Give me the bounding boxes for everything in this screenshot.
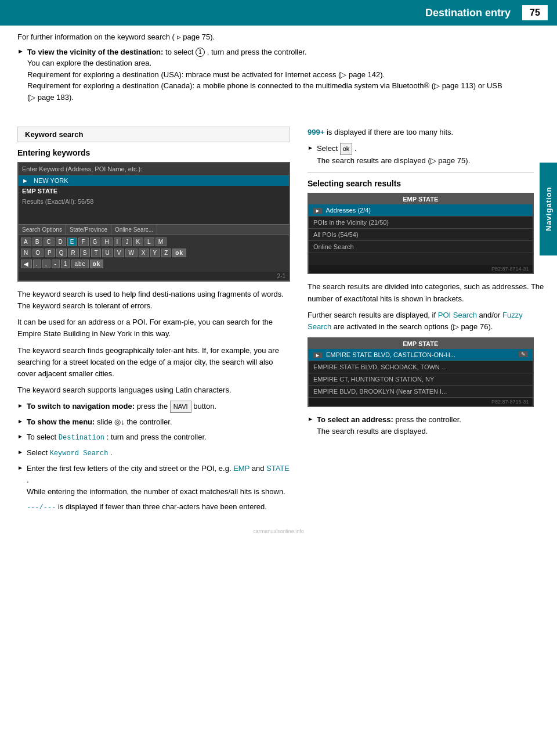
bullet-arrow-select-icon: ► [308,145,313,151]
keyboard-row-2: N O P Q R S T U V W X Y Z ok [21,249,287,258]
results-screen-2: EMP STATE ► EMPIRE STATE BLVD, CASTLETON… [308,337,534,407]
left-bullet-4: ► Select Keyword Search . [17,447,290,459]
screen2-footer: P82.87-8715-31 [309,398,533,406]
key-Q[interactable]: Q [56,249,67,257]
nav-keyboard[interactable]: A B C D E F G H I J K L M N O P [19,235,289,272]
key-L[interactable]: L [144,237,154,246]
key-U[interactable]: U [102,249,113,257]
nav-screen: Enter Keyword (Address, POI Name, etc.):… [17,162,290,282]
intro-section: For further information on the keyword s… [0,26,522,115]
key-M[interactable]: M [155,237,167,246]
key-abc[interactable]: abc [71,260,88,268]
watermark: carmanualsonline.info [0,528,557,540]
bullet-arrow-3-icon: ► [17,433,23,440]
key-dot[interactable]: . [33,260,41,268]
key-X[interactable]: X [139,249,149,257]
result-item-1[interactable]: ► Addresses (2/4) [309,204,533,217]
result-arrow-2-icon: ► [313,352,322,358]
nav-emp-state: EMP STATE [19,186,289,196]
keyboard-row-1: A B C D E F G H I J K L M [21,237,287,247]
result-item-s2[interactable]: EMPIRE STATE BLVD, SCHODACK, TOWN ... [309,361,533,373]
key-Z[interactable]: Z [161,249,171,257]
intro-line1: For further information on the keyword s… [17,31,505,43]
right-column: 999+ is displayed if there are too many … [302,127,545,517]
key-Y[interactable]: Y [150,249,161,257]
key-ok2[interactable]: ok [90,260,104,268]
nav-input-value: ► NEW YORK [19,175,289,186]
key-P[interactable]: P [45,249,55,257]
bullet-arrow-icon: ► [17,48,24,55]
left-bullet-1: ► To switch to navigation mode: press th… [17,401,290,413]
entering-keywords-title: Entering keywords [17,148,290,157]
keyword-search-box-label: Keyword search [17,127,290,142]
bullet-arrow-2-icon: ► [17,418,23,424]
header-title: Destination entry [425,7,511,19]
key-H[interactable]: H [102,237,112,246]
keyboard-row-3: ◀ . , - 1 abc ok [21,260,287,269]
screen1-footer: P82.87-8714-31 [309,265,533,273]
navi-button[interactable]: NAVI [170,401,191,413]
left-bullet-3: ► To select Destination : turn and press… [17,431,290,444]
key-comma[interactable]: , [42,260,50,268]
header-bar: Destination entry 75 [0,0,557,26]
result-edit-icon: ✎ [519,351,528,357]
key-I[interactable]: I [114,237,122,246]
key-V[interactable]: V [114,249,125,257]
hits-text-paragraph: 999+ is displayed if there are too many … [308,127,545,138]
result-item-s1[interactable]: ► EMPIRE STATE BLVD, CASTLETON-ON-H... ✎ [309,349,533,361]
key-C[interactable]: C [44,237,54,246]
bullet-arrow-final-icon: ► [308,416,313,422]
body-para-4: The keyword search supports languages us… [17,384,290,396]
key-ok[interactable]: ok [172,249,186,257]
desc-2: Further search results are displayed, if… [308,309,545,333]
desc-1: The search results are divided into cate… [308,281,545,304]
final-bullet: ► To select an address: press the contro… [308,414,545,437]
result-item-s4[interactable]: EMPIRE BLVD, BROOKLYN (Near STATEN I... [309,386,533,398]
key-B[interactable]: B [32,237,43,246]
page-number: 75 [522,5,548,20]
left-bullet-2: ► To show the menu: slide ◎↓ the control… [17,416,290,428]
left-bullet-5: ► Enter the first few letters of the cit… [17,463,290,498]
body-para-1: The keyword search is used to help find … [17,289,290,312]
key-T[interactable]: T [91,249,101,257]
key-N[interactable]: N [21,249,31,257]
key-D[interactable]: D [56,237,66,246]
key-J[interactable]: J [122,237,132,246]
results-header-1: EMP STATE [309,194,533,204]
result-item-s3[interactable]: EMPIRE CT, HUNTINGTON STATION, NY [309,373,533,386]
body-para-2: It can be used for an address or a POI. … [17,316,290,340]
select-ok-bullet: ► Select ok . The search results are dis… [308,143,545,167]
result-item-2[interactable]: POIs in the Vicinity (21/50) [309,217,533,229]
key-R[interactable]: R [68,249,78,257]
key-W[interactable]: W [125,249,137,257]
side-navigation-tab: Navigation [540,163,557,255]
key-O[interactable]: O [32,249,44,257]
result-item-3[interactable]: All POIs (54/54) [309,229,533,241]
key-F[interactable]: F [78,237,88,246]
bullet-arrow-1-icon: ► [17,402,23,409]
key-S[interactable]: S [80,249,91,257]
key-1[interactable]: 1 [61,260,71,268]
main-content: Keyword search Entering keywords Enter K… [0,115,557,528]
ok-button-ref[interactable]: ok [340,143,353,155]
result-item-4[interactable]: Online Search [309,241,533,253]
bullet-arrow-5-icon: ► [17,465,23,471]
left-bullet-6: ► ---/--- is displayed if fewer than thr… [17,501,290,513]
nav-status: 2-1 [19,272,289,280]
key-back[interactable]: ◀ [21,260,32,268]
bullet-arrow-4-icon: ► [17,449,23,455]
result-arrow-icon: ► [313,208,322,214]
key-K[interactable]: K [133,237,143,246]
results-header-2: EMP STATE [309,339,533,349]
key-E[interactable]: E [67,237,78,246]
arrow-ref: ▹ [177,33,181,41]
results-screen-1: EMP STATE ► Addresses (2/4) POIs in the … [308,193,534,274]
key-dash[interactable]: - [52,260,60,268]
nav-input-placeholder: Enter Keyword (Address, POI Name, etc.): [19,163,289,175]
key-A[interactable]: A [21,237,31,246]
key-G[interactable]: G [90,237,101,246]
body-para-3: The keyword search finds geographically … [17,345,290,380]
selecting-results-title: Selecting search results [308,179,545,188]
separator-1 [308,172,534,173]
left-column: Keyword search Entering keywords Enter K… [17,127,302,517]
